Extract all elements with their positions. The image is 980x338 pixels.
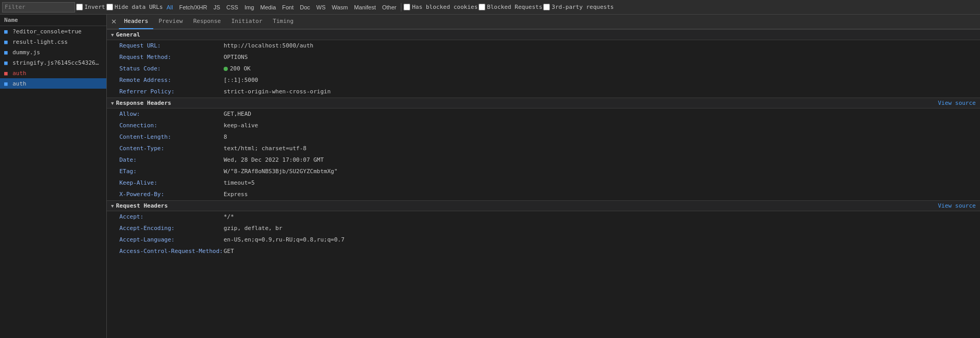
response-keep-alive-value: timeout=5 xyxy=(224,178,255,188)
has-blocked-cookies-checkbox[interactable]: Has blocked cookies xyxy=(403,4,477,10)
manifest-filter-btn[interactable]: Manifest xyxy=(351,2,378,13)
response-allow-row: Allow: GET,HEAD xyxy=(107,108,980,120)
request-headers-view-source[interactable]: View source xyxy=(938,202,976,209)
general-status-code-name: Status Code: xyxy=(119,64,224,74)
response-headers-section-label: Response Headers xyxy=(116,100,171,106)
tab-preview[interactable]: Preview xyxy=(153,15,188,29)
tab-initiator[interactable]: Initiator xyxy=(226,15,268,29)
file-name: result-light.css xyxy=(13,39,68,45)
file-item-auth-blue[interactable]: ■ auth xyxy=(0,78,106,89)
file-name: dummy.js xyxy=(13,49,40,56)
all-filter-btn[interactable]: All xyxy=(164,2,175,13)
general-referrer-policy-row: Referrer Policy: strict-origin-when-cros… xyxy=(107,86,980,98)
toolbar: Invert Hide data URLs All Fetch/XHR JS C… xyxy=(0,0,980,15)
tabs-bar: ✕ Headers Preview Response Initiator Tim… xyxy=(107,15,980,29)
doc-filter-btn[interactable]: Doc xyxy=(297,2,313,13)
has-blocked-cookies-input[interactable] xyxy=(403,4,410,10)
content: ▼ General Request URL: http://localhost:… xyxy=(107,29,980,338)
general-remote-address-name: Remote Address: xyxy=(119,76,224,85)
general-referrer-policy-name: Referrer Policy: xyxy=(119,87,224,96)
blocked-requests-input[interactable] xyxy=(479,4,485,10)
js-file-icon: ■ xyxy=(4,59,10,66)
tab-headers[interactable]: Headers xyxy=(119,15,153,29)
general-request-method-name: Request Method: xyxy=(119,53,224,62)
request-accept-encoding-row: Accept-Encoding: gzip, deflate, br xyxy=(107,223,980,234)
general-remote-address-row: Remote Address: [::1]:5000 xyxy=(107,75,980,86)
img-filter-btn[interactable]: Img xyxy=(242,2,256,13)
response-headers-toggle-icon[interactable]: ▼ xyxy=(111,101,114,106)
request-accept-row: Accept: */* xyxy=(107,211,980,223)
invert-checkbox-input[interactable] xyxy=(76,4,83,10)
third-party-checkbox[interactable]: 3rd-party requests xyxy=(543,4,614,10)
response-content-length-value: 8 xyxy=(224,132,227,142)
file-item-stringify[interactable]: ■ stringify.js?6145cc54326f55ae... xyxy=(0,57,106,68)
response-connection-name: Connection: xyxy=(119,121,224,130)
request-headers-section-label: Request Headers xyxy=(116,202,167,209)
file-item-editor-console[interactable]: ■ ?editor_console=true xyxy=(0,26,106,37)
blocked-requests-checkbox[interactable]: Blocked Requests xyxy=(479,4,542,10)
general-status-code-value: 200 OK xyxy=(224,64,251,74)
other-filter-btn[interactable]: Other xyxy=(379,2,399,13)
status-dot-icon xyxy=(224,67,228,71)
response-date-name: Date: xyxy=(119,155,224,165)
general-request-method-value: OPTIONS xyxy=(224,53,248,62)
response-allow-name: Allow: xyxy=(119,110,224,119)
file-name: stringify.js?6145cc54326f55ae... xyxy=(13,59,102,66)
tab-timing[interactable]: Timing xyxy=(267,15,299,29)
request-accept-name: Accept: xyxy=(119,212,224,222)
response-x-powered-by-row: X-Powered-By: Express xyxy=(107,189,980,200)
wasm-filter-btn[interactable]: Wasm xyxy=(329,2,351,13)
response-etag-row: ETag: W/"8-ZRAf8oNBS3Bjb/SU2GYZCmbtmXg" xyxy=(107,166,980,177)
other-file-icon: ■ xyxy=(4,80,10,87)
hide-data-urls-input[interactable] xyxy=(106,4,113,10)
response-x-powered-by-name: X-Powered-By: xyxy=(119,190,224,199)
tab-response[interactable]: Response xyxy=(188,15,226,29)
third-party-label: 3rd-party requests xyxy=(552,4,614,10)
css-file-icon: ■ xyxy=(4,39,10,45)
css-filter-btn[interactable]: CSS xyxy=(224,2,241,13)
file-name: auth xyxy=(13,80,27,87)
fetch-xhr-filter-btn[interactable]: Fetch/XHR xyxy=(177,2,210,13)
general-toggle-icon[interactable]: ▼ xyxy=(111,32,114,38)
request-access-control-value: GET xyxy=(224,247,234,256)
js-filter-btn[interactable]: JS xyxy=(211,2,223,13)
hide-data-urls-label: Hide data URLs xyxy=(115,4,163,10)
request-accept-value: */* xyxy=(224,212,234,222)
blocked-requests-label: Blocked Requests xyxy=(487,4,542,10)
file-item-dummy[interactable]: ■ dummy.js xyxy=(0,47,106,57)
other-file-icon: ■ xyxy=(4,70,10,76)
js-file-icon: ■ xyxy=(4,28,10,34)
invert-checkbox[interactable]: Invert xyxy=(76,4,105,10)
media-filter-btn[interactable]: Media xyxy=(258,2,278,13)
main-layout: Name ■ ?editor_console=true ■ result-lig… xyxy=(0,15,980,338)
file-item-auth-red[interactable]: ■ auth xyxy=(0,68,106,78)
general-section-label: General xyxy=(116,31,140,38)
request-accept-language-name: Accept-Language: xyxy=(119,235,224,245)
request-headers-toggle-icon[interactable]: ▼ xyxy=(111,203,114,209)
response-content-length-name: Content-Length: xyxy=(119,132,224,142)
right-panel: ✕ Headers Preview Response Initiator Tim… xyxy=(107,15,980,338)
hide-data-urls-checkbox[interactable]: Hide data URLs xyxy=(106,4,163,10)
filter-input[interactable] xyxy=(2,2,75,13)
response-date-row: Date: Wed, 28 Dec 2022 17:00:07 GMT xyxy=(107,154,980,166)
response-keep-alive-row: Keep-Alive: timeout=5 xyxy=(107,177,980,189)
js-file-icon: ■ xyxy=(4,49,10,55)
file-name: ?editor_console=true xyxy=(13,28,81,35)
file-item-result-light[interactable]: ■ result-light.css xyxy=(0,37,106,47)
response-content-type-value: text/html; charset=utf-8 xyxy=(224,144,307,153)
response-etag-name: ETag: xyxy=(119,167,224,176)
request-headers-section-header: ▼ Request Headers View source xyxy=(107,200,980,211)
ws-filter-btn[interactable]: WS xyxy=(314,2,328,13)
general-status-code-row: Status Code: 200 OK xyxy=(107,63,980,75)
response-content-length-row: Content-Length: 8 xyxy=(107,131,980,143)
third-party-input[interactable] xyxy=(543,4,550,10)
request-accept-encoding-name: Accept-Encoding: xyxy=(119,224,224,233)
response-date-value: Wed, 28 Dec 2022 17:00:07 GMT xyxy=(224,155,324,165)
font-filter-btn[interactable]: Font xyxy=(279,2,296,13)
response-content-type-row: Content-Type: text/html; charset=utf-8 xyxy=(107,143,980,154)
general-request-url-row: Request URL: http://localhost:5000/auth xyxy=(107,40,980,52)
response-etag-value: W/"8-ZRAf8oNBS3Bjb/SU2GYZCmbtmXg" xyxy=(224,167,338,176)
general-request-method-row: Request Method: OPTIONS xyxy=(107,52,980,63)
tab-close-button[interactable]: ✕ xyxy=(109,18,119,25)
response-headers-view-source[interactable]: View source xyxy=(938,100,976,106)
